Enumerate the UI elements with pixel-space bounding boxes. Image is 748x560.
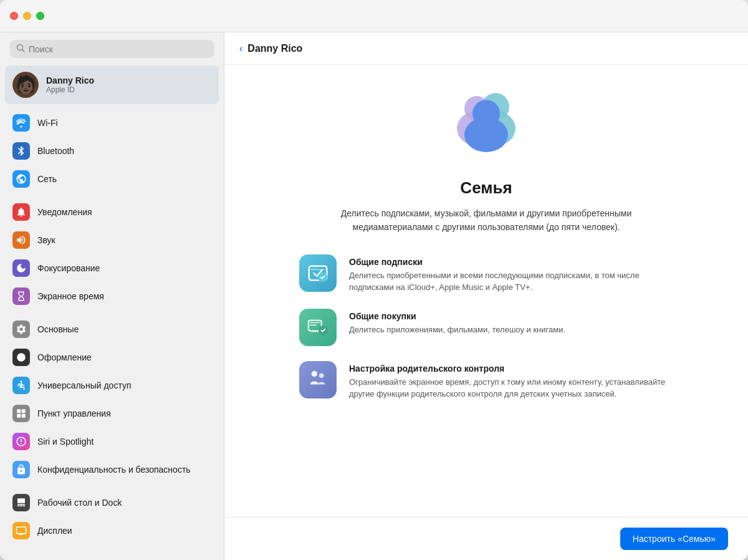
privacy-icon-container <box>12 461 30 478</box>
sidebar-item-user[interactable]: 🧑🏿 Danny Rico Apple ID <box>5 65 219 104</box>
sidebar-item-network[interactable]: Сеть <box>5 165 219 193</box>
main-window: 🧑🏿 Danny Rico Apple ID Wi-Fi <box>0 0 748 560</box>
sidebar-item-label: Универсальный доступ <box>37 380 132 390</box>
avatar: 🧑🏿 <box>12 72 39 98</box>
search-input[interactable] <box>29 44 208 54</box>
sidebar-item-label: Конфиденциальность и безопасность <box>37 465 191 475</box>
general-icon-container <box>12 321 30 338</box>
bell-icon <box>16 206 27 218</box>
controlcenter-icon-container <box>12 405 30 422</box>
search-bar <box>0 32 224 65</box>
user-name: Danny Rico <box>46 75 94 85</box>
svg-rect-5 <box>22 409 26 413</box>
minimize-button[interactable] <box>23 12 31 20</box>
sidebar-item-label: Siri и Spotlight <box>37 437 94 447</box>
feature-text-parental: Настройка родительского контроля Огранич… <box>349 361 673 400</box>
accessibility-icon <box>16 380 27 391</box>
hand-icon <box>16 464 27 475</box>
subscriptions-icon <box>306 261 330 285</box>
sidebar-item-bluetooth[interactable]: Bluetooth <box>5 137 219 165</box>
detail-content: Семья Делитесь подписками, музыкой, филь… <box>224 65 748 517</box>
parental-icon-container <box>299 361 337 398</box>
sidebar-item-appearance[interactable]: Оформление <box>5 344 219 371</box>
detail-panel: ‹ Danny Rico <box>224 32 748 560</box>
sidebar-item-general[interactable]: Основные <box>5 316 219 343</box>
close-button[interactable] <box>10 12 18 20</box>
svg-point-19 <box>319 373 324 378</box>
svg-point-2 <box>17 353 26 362</box>
sidebar-item-label: Bluetooth <box>37 146 74 156</box>
sidebar-item-label: Дисплеи <box>37 526 72 536</box>
purchases-icon <box>306 316 330 339</box>
sidebar-item-focus[interactable]: Фокусирование <box>5 254 219 282</box>
appearance-icon <box>16 352 27 363</box>
family-heading: Семья <box>460 178 512 198</box>
controlcenter-icon <box>16 408 27 419</box>
avatar-emoji: 🧑🏿 <box>15 76 37 94</box>
feature-title: Настройка родительского контроля <box>349 364 673 374</box>
detail-footer: Настроить «Семью» <box>224 517 748 560</box>
main-content: 🧑🏿 Danny Rico Apple ID Wi-Fi <box>0 32 748 560</box>
family-illustration <box>436 85 536 166</box>
back-button[interactable]: ‹ <box>239 43 242 54</box>
setup-family-button[interactable]: Настроить «Семью» <box>620 528 728 550</box>
sidebar-item-controlcenter[interactable]: Пункт управления <box>5 400 219 427</box>
desktop-icon <box>16 497 27 508</box>
search-wrapper[interactable] <box>10 40 214 58</box>
network-icon-container <box>12 170 30 188</box>
svg-rect-6 <box>17 414 21 418</box>
siri-icon-container <box>12 433 30 450</box>
sidebar-item-accessibility[interactable]: Универсальный доступ <box>5 372 219 399</box>
wifi-icon-container <box>12 114 30 132</box>
sidebar-item-siri[interactable]: Siri и Spotlight <box>5 428 219 455</box>
sidebar-item-label: Пункт управления <box>37 408 111 418</box>
desktop-icon-container <box>12 494 30 511</box>
bluetooth-icon <box>16 145 27 157</box>
back-arrow-icon: ‹ <box>239 43 242 54</box>
sidebar-item-label: Рабочий стол и Dock <box>37 498 122 508</box>
feature-item-parental: Настройка родительского контроля Огранич… <box>299 361 673 400</box>
sidebar-item-label: Фокусирование <box>37 263 100 273</box>
svg-point-13 <box>472 100 500 127</box>
titlebar <box>0 0 748 32</box>
sidebar-item-notifications[interactable]: Уведомления <box>5 198 219 226</box>
sidebar-item-privacy[interactable]: Конфиденциальность и безопасность <box>5 456 219 483</box>
appearance-icon-container <box>12 349 30 366</box>
sidebar: 🧑🏿 Danny Rico Apple ID Wi-Fi <box>0 32 224 560</box>
sidebar-item-label: Экранное время <box>37 291 104 301</box>
svg-line-1 <box>22 50 25 52</box>
feature-text-purchases: Общие покупки Делитесь приложениями, фил… <box>349 309 673 336</box>
sidebar-item-sound[interactable]: Звук <box>5 226 219 254</box>
hourglass-icon <box>16 291 27 302</box>
feature-list: Общие подписки Делитесь приобретенными и… <box>299 254 673 400</box>
sidebar-item-displays[interactable]: Дисплеи <box>5 517 219 544</box>
parental-icon <box>306 368 330 392</box>
svg-point-18 <box>312 371 318 377</box>
displays-icon-container <box>12 522 30 539</box>
sidebar-item-label: Оформление <box>37 352 92 362</box>
svg-rect-7 <box>22 414 26 418</box>
moon-icon <box>16 263 27 274</box>
search-icon <box>16 44 25 54</box>
feature-item-subscriptions: Общие подписки Делитесь приобретенными и… <box>299 254 673 294</box>
sidebar-item-desktop[interactable]: Рабочий стол и Dock <box>5 489 219 516</box>
detail-header: ‹ Danny Rico <box>224 32 748 65</box>
feature-desc: Делитесь приобретенными и всеми последую… <box>349 269 673 294</box>
sound-icon <box>16 234 27 246</box>
wifi-icon <box>16 117 27 128</box>
bluetooth-icon-container <box>12 142 30 160</box>
globe-icon <box>16 173 27 185</box>
sound-icon-container <box>12 231 30 249</box>
sidebar-item-label: Основные <box>37 324 79 334</box>
sidebar-item-wifi[interactable]: Wi-Fi <box>5 109 219 137</box>
traffic-lights <box>10 12 44 20</box>
detail-title: Danny Rico <box>247 43 302 54</box>
notifications-icon-container <box>12 203 30 221</box>
feature-item-purchases: Общие покупки Делитесь приложениями, фил… <box>299 309 673 346</box>
maximize-button[interactable] <box>36 12 44 20</box>
feature-desc: Делитесь приложениями, фильмами, телешоу… <box>349 324 673 336</box>
feature-text-subscriptions: Общие подписки Делитесь приобретенными и… <box>349 254 673 294</box>
sidebar-item-screentime[interactable]: Экранное время <box>5 282 219 310</box>
svg-point-3 <box>21 381 22 383</box>
sidebar-item-label: Сеть <box>37 174 57 184</box>
